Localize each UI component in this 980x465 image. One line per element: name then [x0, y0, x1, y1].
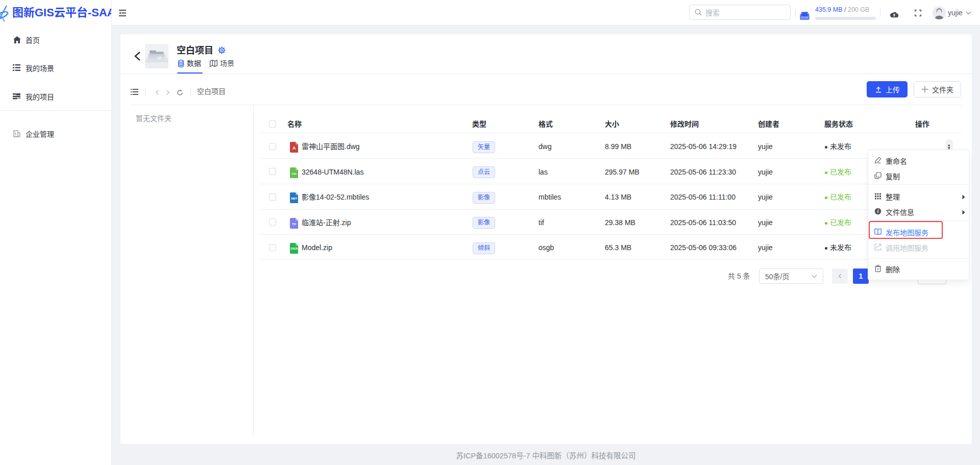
svg-text:A: A — [292, 145, 296, 151]
svg-text:MBT: MBT — [291, 197, 298, 200]
svg-text:i: i — [877, 209, 879, 214]
svg-text:Las: Las — [291, 172, 296, 175]
svg-text:TIF: TIF — [292, 223, 297, 226]
svg-text:OSGB: OSGB — [290, 248, 298, 250]
